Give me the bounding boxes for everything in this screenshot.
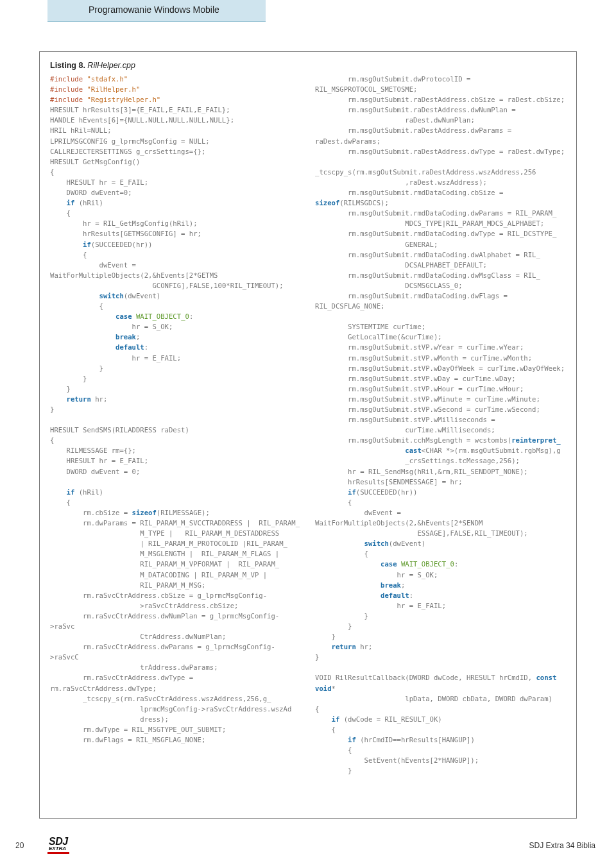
code-left: #include "stdafx.h" #include "RilHelper.… xyxy=(50,74,301,745)
page: Programowanie Windows Mobile Listing 8. … xyxy=(0,0,616,859)
listing-box: Listing 8. RilHelper.cpp #include "stdaf… xyxy=(39,51,577,819)
listing-filename: RilHelper.cpp xyxy=(87,61,135,70)
page-number: 20 xyxy=(15,841,24,850)
section-tab: Programowanie Windows Mobile xyxy=(47,0,266,22)
listing-label: Listing 8. xyxy=(50,61,85,70)
code-right: rm.msgOutSubmit.dwProtocolID = RIL_MSGPR… xyxy=(315,74,566,776)
magazine-logo: SDJ EXTRA xyxy=(47,838,69,854)
code-column-left: #include "stdafx.h" #include "RilHelper.… xyxy=(50,74,301,776)
logo-bottom: EXTRA xyxy=(49,846,68,851)
footer-right-text: SDJ Extra 34 Biblia xyxy=(529,841,595,850)
code-columns: #include "stdafx.h" #include "RilHelper.… xyxy=(50,74,566,776)
code-column-right: rm.msgOutSubmit.dwProtocolID = RIL_MSGPR… xyxy=(315,74,566,776)
listing-title: Listing 8. RilHelper.cpp xyxy=(50,61,566,70)
